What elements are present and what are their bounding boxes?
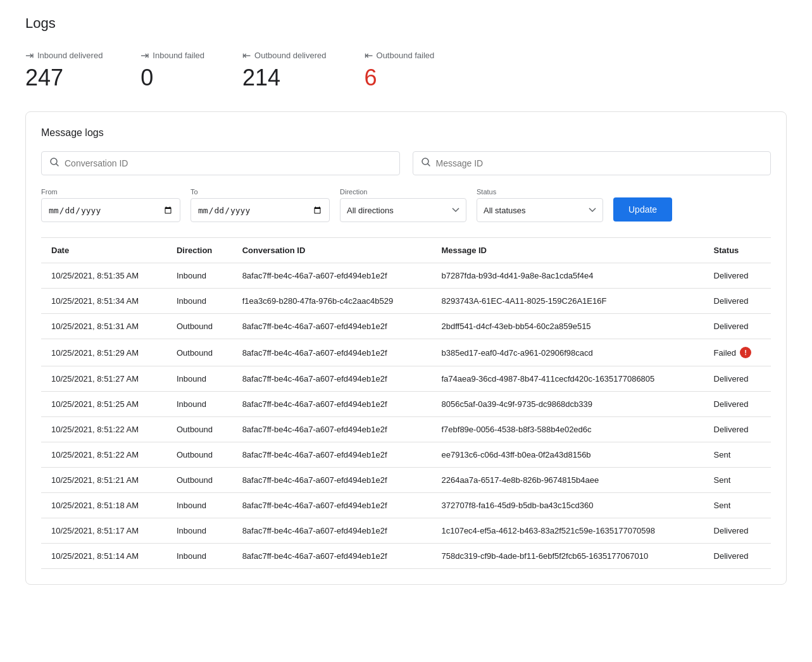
cell-date: 10/25/2021, 8:51:34 AM bbox=[41, 289, 166, 314]
cell-status: Sent bbox=[704, 442, 771, 468]
from-filter-group: From bbox=[41, 188, 180, 222]
col-status: Status bbox=[704, 238, 771, 263]
cell-date: 10/25/2021, 8:51:14 AM bbox=[41, 544, 166, 569]
cell-date: 10/25/2021, 8:51:25 AM bbox=[41, 392, 166, 417]
inbound-delivered-icon: ⇥ bbox=[25, 49, 34, 61]
table-row: 10/25/2021, 8:51:17 AMInbound8afac7ff-be… bbox=[41, 518, 771, 544]
cell-conversation-id: 8afac7ff-be4c-46a7-a607-efd494eb1e2f bbox=[232, 339, 432, 366]
cell-direction: Outbound bbox=[166, 314, 232, 339]
table-row: 10/25/2021, 8:51:21 AMOutbound8afac7ff-b… bbox=[41, 468, 771, 493]
cell-date: 10/25/2021, 8:51:22 AM bbox=[41, 442, 166, 468]
stat-inbound-failed: ⇥ Inbound failed 0 bbox=[141, 49, 204, 91]
cell-message-id: 2bdff541-d4cf-43eb-bb54-60c2a859e515 bbox=[431, 314, 703, 339]
filters-row: From To Direction All directions Inbound… bbox=[41, 188, 771, 222]
stat-outbound-failed: ⇤ Outbound failed 6 bbox=[365, 49, 435, 91]
cell-message-id: b385ed17-eaf0-4d7c-a961-02906f98cacd bbox=[431, 339, 703, 366]
cell-status: Delivered bbox=[704, 392, 771, 417]
cell-date: 10/25/2021, 8:51:35 AM bbox=[41, 263, 166, 289]
col-direction: Direction bbox=[166, 238, 232, 263]
stat-inbound-delivered-value: 247 bbox=[25, 64, 103, 91]
conversation-id-input[interactable] bbox=[65, 158, 392, 168]
table-row: 10/25/2021, 8:51:35 AMInbound8afac7ff-be… bbox=[41, 263, 771, 289]
stat-inbound-delivered: ⇥ Inbound delivered 247 bbox=[25, 49, 103, 91]
stat-outbound-failed-label: ⇤ Outbound failed bbox=[365, 49, 435, 61]
conversation-id-search-icon bbox=[49, 157, 59, 170]
direction-select[interactable]: All directions Inbound Outbound bbox=[340, 198, 466, 222]
table-row: 10/25/2021, 8:51:18 AMInbound8afac7ff-be… bbox=[41, 493, 771, 518]
cell-direction: Outbound bbox=[166, 468, 232, 493]
from-label: From bbox=[41, 188, 180, 196]
outbound-failed-icon: ⇤ bbox=[365, 49, 373, 61]
cell-direction: Outbound bbox=[166, 417, 232, 442]
cell-status: Delivered bbox=[704, 544, 771, 569]
direction-filter-group: Direction All directions Inbound Outboun… bbox=[340, 188, 466, 222]
cell-conversation-id: 8afac7ff-be4c-46a7-a607-efd494eb1e2f bbox=[232, 544, 432, 569]
stat-inbound-failed-label: ⇥ Inbound failed bbox=[141, 49, 204, 61]
cell-status: Sent bbox=[704, 493, 771, 518]
cell-status: Delivered bbox=[704, 289, 771, 314]
cell-status: Delivered bbox=[704, 263, 771, 289]
cell-message-id: f7ebf89e-0056-4538-b8f3-588b4e02ed6c bbox=[431, 417, 703, 442]
cell-conversation-id: 8afac7ff-be4c-46a7-a607-efd494eb1e2f bbox=[232, 442, 432, 468]
message-id-search-icon bbox=[421, 157, 431, 170]
cell-conversation-id: 8afac7ff-be4c-46a7-a607-efd494eb1e2f bbox=[232, 366, 432, 392]
search-row bbox=[41, 151, 771, 175]
col-message-id: Message ID bbox=[431, 238, 703, 263]
table-row: 10/25/2021, 8:51:14 AMInbound8afac7ff-be… bbox=[41, 544, 771, 569]
table-row: 10/25/2021, 8:51:22 AMOutbound8afac7ff-b… bbox=[41, 442, 771, 468]
stat-outbound-failed-value: 6 bbox=[365, 64, 435, 91]
message-id-search-wrapper bbox=[413, 151, 771, 175]
cell-conversation-id: 8afac7ff-be4c-46a7-a607-efd494eb1e2f bbox=[232, 468, 432, 493]
col-conversation-id: Conversation ID bbox=[232, 238, 432, 263]
cell-message-id: 8293743A-61EC-4A11-8025-159C26A1E16F bbox=[431, 289, 703, 314]
cell-message-id: 8056c5af-0a39-4c9f-9735-dc9868dcb339 bbox=[431, 392, 703, 417]
cell-date: 10/25/2021, 8:51:18 AM bbox=[41, 493, 166, 518]
cell-direction: Outbound bbox=[166, 339, 232, 366]
cell-date: 10/25/2021, 8:51:31 AM bbox=[41, 314, 166, 339]
cell-direction: Inbound bbox=[166, 263, 232, 289]
cell-status: Delivered bbox=[704, 417, 771, 442]
update-button[interactable]: Update bbox=[613, 197, 672, 222]
cell-conversation-id: 8afac7ff-be4c-46a7-a607-efd494eb1e2f bbox=[232, 518, 432, 544]
table-row: 10/25/2021, 8:51:27 AMInbound8afac7ff-be… bbox=[41, 366, 771, 392]
direction-label: Direction bbox=[340, 188, 466, 196]
cell-message-id: 2264aa7a-6517-4e8b-826b-9674815b4aee bbox=[431, 468, 703, 493]
from-date-input[interactable] bbox=[41, 198, 180, 222]
stats-row: ⇥ Inbound delivered 247 ⇥ Inbound failed… bbox=[25, 49, 787, 91]
cell-conversation-id: f1ea3c69-b280-47fa-976b-c4c2aac4b529 bbox=[232, 289, 432, 314]
cell-direction: Inbound bbox=[166, 544, 232, 569]
cell-status: Delivered bbox=[704, 314, 771, 339]
error-icon: ! bbox=[740, 347, 751, 358]
message-id-input[interactable] bbox=[436, 158, 763, 168]
cell-message-id: 1c107ec4-ef5a-4612-b463-83a2f521c59e-163… bbox=[431, 518, 703, 544]
cell-direction: Inbound bbox=[166, 518, 232, 544]
card-title: Message logs bbox=[41, 127, 771, 139]
cell-conversation-id: 8afac7ff-be4c-46a7-a607-efd494eb1e2f bbox=[232, 263, 432, 289]
status-label: Status bbox=[477, 188, 603, 196]
table-row: 10/25/2021, 8:51:34 AMInboundf1ea3c69-b2… bbox=[41, 289, 771, 314]
svg-line-1 bbox=[56, 164, 59, 166]
stat-outbound-delivered: ⇤ Outbound delivered 214 bbox=[242, 49, 326, 91]
table-row: 10/25/2021, 8:51:22 AMOutbound8afac7ff-b… bbox=[41, 417, 771, 442]
status-failed-label: Failed bbox=[714, 348, 736, 358]
cell-direction: Inbound bbox=[166, 392, 232, 417]
cell-date: 10/25/2021, 8:51:27 AM bbox=[41, 366, 166, 392]
cell-message-id: 758dc319-cf9b-4ade-bf11-6ebf5f2fcb65-163… bbox=[431, 544, 703, 569]
status-select[interactable]: All statuses Delivered Failed Sent bbox=[477, 198, 603, 222]
cell-status: Failed! bbox=[704, 339, 771, 366]
cell-message-id: b7287fda-b93d-4d41-9a8e-8ac1cda5f4e4 bbox=[431, 263, 703, 289]
cell-status: Delivered bbox=[704, 518, 771, 544]
inbound-failed-icon: ⇥ bbox=[141, 49, 149, 61]
page-title: Logs bbox=[25, 15, 787, 32]
table-header-row: Date Direction Conversation ID Message I… bbox=[41, 238, 771, 263]
to-label: To bbox=[191, 188, 330, 196]
to-date-input[interactable] bbox=[191, 198, 330, 222]
col-date: Date bbox=[41, 238, 166, 263]
cell-conversation-id: 8afac7ff-be4c-46a7-a607-efd494eb1e2f bbox=[232, 417, 432, 442]
cell-date: 10/25/2021, 8:51:22 AM bbox=[41, 417, 166, 442]
stat-outbound-delivered-value: 214 bbox=[242, 64, 326, 91]
cell-direction: Inbound bbox=[166, 366, 232, 392]
cell-direction: Outbound bbox=[166, 442, 232, 468]
status-failed-wrapper: Failed! bbox=[714, 347, 761, 358]
stat-inbound-delivered-label: ⇥ Inbound delivered bbox=[25, 49, 103, 61]
